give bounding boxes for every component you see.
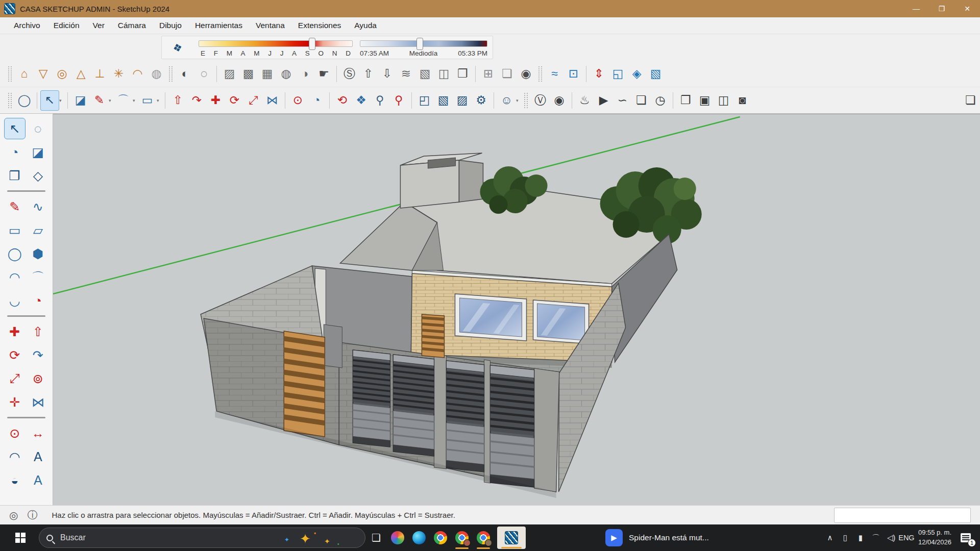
notification-center-button[interactable]: 1 bbox=[955, 528, 976, 548]
dropdown-arrow-icon[interactable]: ▾ bbox=[109, 98, 114, 103]
toolbar-grip[interactable] bbox=[169, 66, 173, 82]
vray-asset-editor-icon[interactable]: ◉ bbox=[550, 90, 569, 111]
page-fold-icon[interactable]: ❐ bbox=[453, 64, 472, 84]
menu-extensiones[interactable]: Extensiones bbox=[291, 18, 348, 33]
eraser-icon[interactable]: ◪ bbox=[27, 141, 48, 163]
menu-ayuda[interactable]: Ayuda bbox=[348, 18, 383, 33]
sun-home-light-icon[interactable]: ⌂ bbox=[15, 64, 34, 84]
section-display-toggle-icon[interactable]: ⚙ bbox=[472, 90, 491, 111]
menu-edición[interactable]: Edición bbox=[47, 18, 86, 33]
menu-dibujo[interactable]: Dibujo bbox=[153, 18, 188, 33]
copilot-button[interactable] bbox=[387, 526, 408, 549]
time-slider-handle[interactable] bbox=[416, 38, 423, 50]
pushpull-tool-icon[interactable]: ⇧ bbox=[168, 90, 187, 111]
section-fill-toggle-icon[interactable]: ▨ bbox=[453, 90, 472, 111]
wifi-icon[interactable]: ⌒ bbox=[868, 528, 884, 548]
pick-object-hand-icon[interactable]: ☛ bbox=[314, 64, 333, 84]
pushpull-icon[interactable]: ⇧ bbox=[27, 321, 48, 342]
viewport-render-icon[interactable]: ❐ bbox=[676, 90, 695, 111]
render-teapot-icon[interactable]: ♨ bbox=[575, 90, 594, 111]
move-icon[interactable]: ✚ bbox=[4, 321, 26, 342]
render-last-icon[interactable]: ∽ bbox=[613, 90, 632, 111]
start-button[interactable] bbox=[11, 529, 30, 547]
tray-chevron-icon[interactable]: ∧ bbox=[822, 528, 838, 548]
line-pencil-icon[interactable]: ✎ bbox=[4, 196, 26, 217]
paint-bucket-tool-icon[interactable]: ◔ bbox=[307, 90, 326, 111]
angle-arrow-icon[interactable]: ◒ bbox=[4, 469, 26, 491]
zoom-tool-icon[interactable]: ⚲ bbox=[371, 90, 389, 111]
infinite-plane-icon[interactable]: Ⓢ bbox=[340, 64, 359, 84]
text-label-icon[interactable]: A bbox=[27, 446, 48, 467]
spot-lamp-light-icon[interactable]: ▽ bbox=[34, 64, 53, 84]
drape-icon[interactable]: ◈ bbox=[627, 64, 646, 84]
chrome-profile-2-button[interactable] bbox=[473, 526, 494, 549]
stand-light-icon[interactable]: ⊥ bbox=[90, 64, 109, 84]
frame-export-icon[interactable]: ❏ bbox=[632, 90, 651, 111]
chrome-profile-1-button[interactable] bbox=[451, 526, 473, 549]
freehand-icon[interactable]: ∿ bbox=[27, 196, 48, 217]
offset-icon[interactable]: ⊚ bbox=[27, 368, 48, 389]
three-point-arc-icon[interactable]: ◡ bbox=[4, 290, 26, 311]
two-point-arc-icon[interactable]: ⌒ bbox=[27, 266, 48, 288]
section-plane-tool-icon[interactable]: ◰ bbox=[415, 90, 434, 111]
menu-ver[interactable]: Ver bbox=[86, 18, 111, 33]
flip-edge-icon[interactable]: ▧ bbox=[646, 64, 665, 84]
language-indicator[interactable]: ENG bbox=[899, 528, 914, 548]
model-viewport[interactable] bbox=[53, 114, 980, 505]
dropdown-arrow-icon[interactable]: ▾ bbox=[157, 98, 162, 103]
info-icon[interactable]: ⓘ bbox=[27, 508, 37, 522]
toolbar-grip[interactable] bbox=[524, 93, 528, 108]
date-slider-handle[interactable] bbox=[309, 38, 315, 50]
media-widget[interactable]: ▶ Spider-Man está mut... bbox=[605, 529, 709, 546]
eraser-tool-icon[interactable]: ◪ bbox=[71, 90, 90, 111]
orbit-tool-icon[interactable]: ⟲ bbox=[333, 90, 352, 111]
followme-tool-icon[interactable]: ↷ bbox=[187, 90, 206, 111]
canvas-window-icon[interactable]: ◫ bbox=[714, 90, 733, 111]
rotated-rectangle-icon[interactable]: ▱ bbox=[27, 219, 48, 241]
restore-button[interactable]: ❐ bbox=[929, 0, 954, 17]
menu-ventana[interactable]: Ventana bbox=[249, 18, 291, 33]
menu-archivo[interactable]: Archivo bbox=[7, 18, 47, 33]
select-tool-icon[interactable]: ↖ bbox=[40, 90, 59, 111]
lasso-select-icon[interactable]: ◌ bbox=[27, 118, 48, 139]
shadow-time-slider[interactable] bbox=[360, 40, 487, 47]
checker-plane-icon[interactable]: ▨ bbox=[220, 64, 239, 84]
frame-stack-icon[interactable]: ❏ bbox=[498, 64, 517, 84]
rectangle-tool-icon[interactable]: ▭ bbox=[138, 90, 157, 111]
3d-text-icon[interactable]: A bbox=[27, 469, 48, 491]
axes-icon[interactable]: ✛ bbox=[4, 391, 26, 413]
sketchup-taskbar-button[interactable] bbox=[497, 527, 526, 549]
flip-icon[interactable]: ⋈ bbox=[27, 391, 48, 413]
phone-link-icon[interactable]: ▯ bbox=[838, 528, 853, 548]
zoom-extents-tool-icon[interactable]: ⚲ bbox=[389, 90, 408, 111]
shadows-toggle-icon[interactable]: ❖ bbox=[168, 39, 187, 58]
clock[interactable]: 09:55 p. m. 12/04/2026 bbox=[914, 528, 955, 547]
taskbar-search[interactable]: Buscar ✦✦•✦• bbox=[39, 528, 365, 548]
sphere-light-icon[interactable]: ◍ bbox=[147, 64, 166, 84]
terrain-contours-icon[interactable]: ≈ bbox=[545, 64, 564, 84]
display-window-icon[interactable]: ▣ bbox=[695, 90, 714, 111]
move-tool-icon[interactable]: ✚ bbox=[206, 90, 225, 111]
followme-icon[interactable]: ↷ bbox=[27, 344, 48, 366]
arc-icon[interactable]: ◠ bbox=[4, 266, 26, 288]
menu-herramientas[interactable]: Herramientas bbox=[188, 18, 249, 33]
tag-icon[interactable]: ◇ bbox=[27, 165, 48, 186]
dimension-icon[interactable]: ↔ bbox=[27, 422, 48, 444]
protractor-icon[interactable]: ◠ bbox=[4, 446, 26, 467]
dropdown-arrow-icon[interactable]: ▾ bbox=[516, 98, 521, 103]
fur-grass-icon[interactable]: ≋ bbox=[397, 64, 415, 84]
shadow-date-slider[interactable] bbox=[199, 40, 353, 47]
dome-light-icon[interactable]: ◠ bbox=[128, 64, 147, 84]
tape-measure-icon[interactable]: ⊙ bbox=[4, 422, 26, 444]
stamp-icon[interactable]: ◱ bbox=[608, 64, 627, 84]
dropdown-arrow-icon[interactable]: ▾ bbox=[133, 98, 138, 103]
components-icon[interactable]: ❐ bbox=[4, 165, 26, 186]
paint-bucket-icon[interactable]: ◔ bbox=[4, 141, 26, 163]
cone-light-icon[interactable]: △ bbox=[71, 64, 90, 84]
search-tool-icon[interactable]: ◯ bbox=[15, 90, 34, 111]
close-button[interactable]: ✕ bbox=[954, 0, 980, 17]
lock-camera-icon[interactable]: ◙ bbox=[733, 90, 752, 111]
rectangle-icon[interactable]: ▭ bbox=[4, 219, 26, 241]
geolocation-icon[interactable]: ◎ bbox=[9, 509, 18, 521]
checker-sphere-icon[interactable]: ◍ bbox=[277, 64, 296, 84]
